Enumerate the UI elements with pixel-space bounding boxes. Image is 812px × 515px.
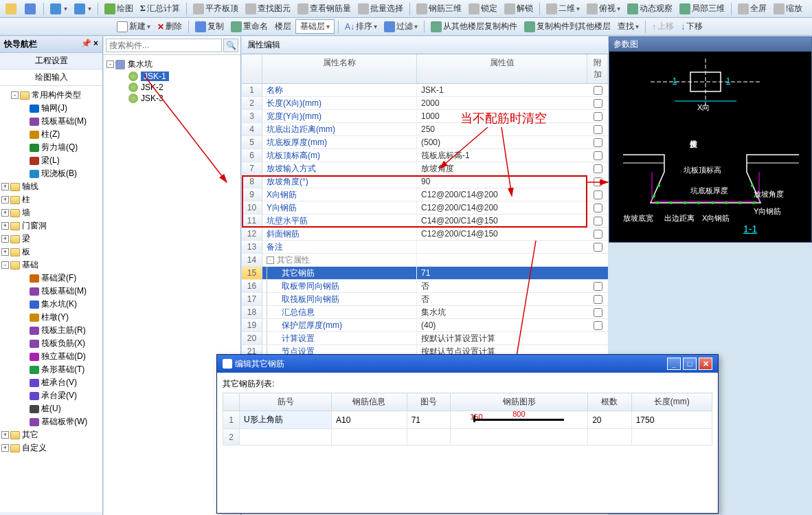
align-button[interactable]: 平齐板顶	[190, 1, 241, 16]
property-row[interactable]: 20计算设置按默认计算设置计算	[242, 332, 608, 345]
summary-button[interactable]: Σ汇总计算	[137, 1, 183, 16]
property-row[interactable]: 9X向钢筋C12@200/C14@200	[242, 188, 608, 201]
nav-item[interactable]: 筏板主筋(R)	[1, 324, 101, 337]
rebar-table[interactable]: 筋号钢筋信息图号钢筋图形根数长度(mm) 1 U形上角筋 A10 71 150 …	[223, 393, 712, 446]
property-row[interactable]: 3宽度(Y向)(mm)1000	[242, 110, 608, 123]
table-row[interactable]: 1 U形上角筋 A10 71 150 800 20 1750	[223, 411, 712, 429]
component-root[interactable]: -集水坑	[106, 58, 238, 71]
cell-fig[interactable]: 71	[407, 411, 450, 429]
persp-button[interactable]: 俯视▾	[584, 1, 623, 16]
nav-item[interactable]: 筏板基础(M)	[1, 285, 101, 298]
nav-item[interactable]: 剪力墙(Q)	[1, 141, 101, 154]
rebar-3d-button[interactable]: 钢筋三维	[414, 1, 464, 16]
nav-item[interactable]: +柱	[1, 193, 101, 206]
nav-pin-icon[interactable]: 📌 ×	[81, 39, 98, 50]
down-button[interactable]: ↓下移	[678, 19, 706, 34]
cell-info[interactable]: A10	[332, 411, 407, 429]
delete-button[interactable]: ✕删除	[155, 19, 185, 34]
property-row[interactable]: 13备注	[242, 241, 608, 254]
property-row[interactable]: 19保护层厚度(mm)(40)	[242, 319, 608, 332]
nav-item[interactable]: 基础梁(F)	[1, 272, 101, 285]
property-row[interactable]: 1名称JSK-1	[242, 84, 608, 97]
component-item[interactable]: JSK-1	[106, 71, 238, 82]
nav-item[interactable]: -基础	[1, 259, 101, 272]
nav-item[interactable]: +梁	[1, 232, 101, 245]
sort-button[interactable]: A↓排序▾	[342, 19, 380, 34]
search-input[interactable]	[106, 39, 222, 52]
new-button[interactable]: 新建▾	[114, 19, 153, 34]
nav-item[interactable]: +门窗洞	[1, 219, 101, 232]
property-tab[interactable]: 属性编辑	[242, 36, 608, 54]
table-row[interactable]: 2	[223, 429, 712, 446]
nav-section-draw[interactable]: 绘图输入	[0, 69, 102, 86]
nav-item[interactable]: 现浇板(B)	[1, 167, 101, 180]
lock-button[interactable]: 锁定	[466, 1, 500, 16]
nav-item[interactable]: 独立基础(D)	[1, 350, 101, 363]
up-button[interactable]: ↑上移	[649, 19, 677, 34]
cell-shape[interactable]: 150 800	[451, 411, 588, 429]
filter-button[interactable]: 过滤▾	[381, 19, 420, 34]
nav-item[interactable]: 柱(Z)	[1, 128, 101, 141]
property-row[interactable]: 4坑底出边距离(mm)250	[242, 123, 608, 136]
property-row[interactable]: 15其它钢筋71	[242, 267, 608, 280]
nav-item[interactable]: +轴线	[1, 180, 101, 193]
draw-button[interactable]: 绘图	[102, 1, 136, 16]
close-button[interactable]: ✕	[699, 358, 712, 370]
property-row[interactable]: 18汇总信息集水坑	[242, 306, 608, 319]
nav-item[interactable]: +自定义	[1, 441, 101, 454]
nav-item[interactable]: 基础板带(W)	[1, 415, 101, 428]
component-item[interactable]: JSK-2	[106, 82, 238, 93]
zoom-button[interactable]: 缩放	[771, 1, 805, 16]
property-body[interactable]: 1名称JSK-12长度(X向)(mm)20003宽度(Y向)(mm)10004坑…	[242, 84, 608, 380]
copy-button[interactable]: 复制	[192, 19, 227, 34]
minimize-button[interactable]: _	[667, 358, 681, 370]
nav-item[interactable]: -常用构件类型	[1, 89, 101, 102]
property-row[interactable]: 2长度(X向)(mm)2000	[242, 97, 608, 110]
copy-from-button[interactable]: 从其他楼层复制构件	[428, 19, 520, 34]
check-rebar-button[interactable]: 查看钢筋量	[295, 1, 354, 16]
property-row[interactable]: 17取筏板同向钢筋否	[242, 293, 608, 306]
property-row[interactable]: 14-其它属性	[242, 254, 608, 267]
maximize-button[interactable]: □	[683, 358, 697, 370]
cell-count[interactable]: 20	[588, 411, 631, 429]
nav-item[interactable]: 梁(L)	[1, 154, 101, 167]
nav-item[interactable]: 桩承台(V)	[1, 376, 101, 389]
cell-len[interactable]: 1750	[631, 411, 712, 429]
copy-to-button[interactable]: 复制构件到其他楼层	[521, 19, 613, 34]
nav-item[interactable]: +墙	[1, 206, 101, 219]
redo-button[interactable]: ▾	[71, 2, 94, 16]
open-button[interactable]	[3, 2, 21, 16]
save-button[interactable]	[22, 2, 40, 16]
nav-item[interactable]: +其它	[1, 428, 101, 441]
nav-item[interactable]: 筏板基础(M)	[1, 115, 101, 128]
find-button[interactable]: 查找▾	[615, 19, 642, 34]
property-row[interactable]: 12斜面钢筋C12@200/C14@150	[242, 228, 608, 241]
rename-button[interactable]: 重命名	[228, 19, 271, 34]
search-button[interactable]: 🔍	[223, 39, 238, 52]
view2d-button[interactable]: 二维▾	[543, 1, 583, 16]
property-row[interactable]: 7放坡输入方式放坡角度	[242, 162, 608, 175]
nav-item[interactable]: 承台梁(V)	[1, 389, 101, 402]
unlock-button[interactable]: 解锁	[501, 1, 536, 16]
fullscreen-button[interactable]: 全屏	[735, 1, 769, 16]
floor-select[interactable]: 基础层▾	[295, 19, 335, 34]
property-row[interactable]: 11坑壁水平筋C14@200/C14@150	[242, 215, 608, 228]
nav-item[interactable]: 柱墩(Y)	[1, 311, 101, 324]
nav-item[interactable]: 条形基础(T)	[1, 363, 101, 376]
local-3d-button[interactable]: 局部三维	[677, 1, 728, 16]
component-item[interactable]: JSK-3	[106, 93, 238, 104]
nav-section-settings[interactable]: 工程设置	[0, 53, 102, 69]
batch-sel-button[interactable]: 批量选择	[355, 1, 406, 16]
property-row[interactable]: 16取板带同向钢筋否	[242, 280, 608, 293]
property-row[interactable]: 6坑板顶标高(m)筏板底标高-1	[242, 149, 608, 162]
find-elem-button[interactable]: 查找图元	[243, 1, 293, 16]
nav-item[interactable]: 轴网(J)	[1, 102, 101, 115]
undo-button[interactable]: ▾	[47, 2, 70, 16]
nav-item[interactable]: 筏板负筋(X)	[1, 337, 101, 350]
property-row[interactable]: 10Y向钢筋C12@200/C14@200	[242, 201, 608, 215]
dialog-titlebar[interactable]: 编辑其它钢筋 _ □ ✕	[217, 355, 718, 373]
nav-item[interactable]: 桩(U)	[1, 402, 101, 415]
nav-item[interactable]: +板	[1, 245, 101, 259]
dyn-view-button[interactable]: 动态观察	[624, 1, 675, 16]
cell-name[interactable]: U形上角筋	[240, 411, 332, 429]
